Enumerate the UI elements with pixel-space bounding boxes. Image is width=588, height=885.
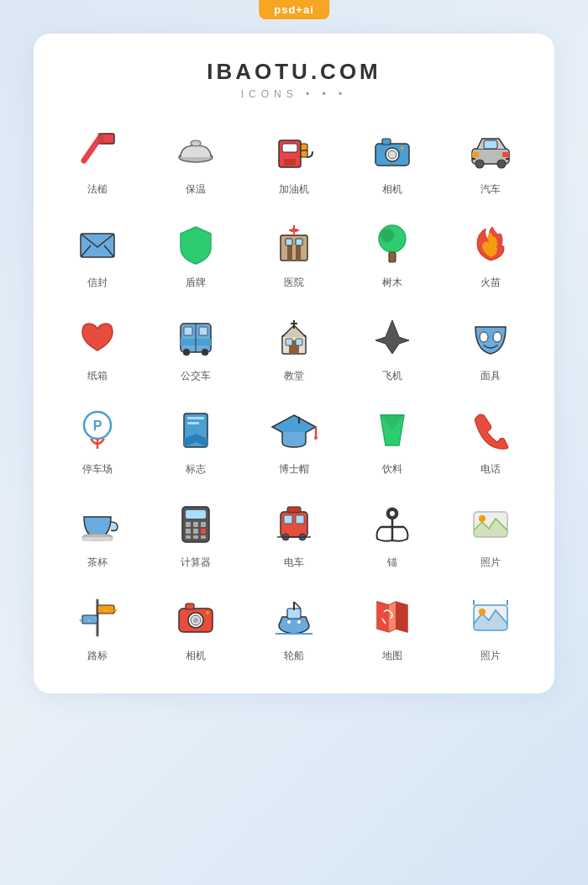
svg-point-99 xyxy=(193,618,198,623)
svg-point-12 xyxy=(388,150,396,159)
icon-dish xyxy=(169,124,223,177)
svg-point-17 xyxy=(497,160,506,168)
icon-label-envelope: 信封 xyxy=(87,276,108,290)
icon-item-mortarboard: 博士帽 xyxy=(247,395,342,482)
svg-point-51 xyxy=(493,332,501,342)
svg-point-14 xyxy=(401,146,404,150)
icon-shield xyxy=(169,217,223,271)
icon-photo1 xyxy=(464,497,517,550)
svg-rect-27 xyxy=(287,245,292,261)
icon-label-map: 地图 xyxy=(382,649,402,663)
svg-rect-73 xyxy=(186,535,191,539)
icon-item-tree: 树木 xyxy=(344,208,439,295)
icon-heart xyxy=(71,310,124,364)
svg-point-106 xyxy=(297,620,301,624)
icon-item-teacup: 茶杯 xyxy=(50,488,145,575)
icon-map xyxy=(365,590,419,644)
svg-rect-2 xyxy=(97,133,104,145)
svg-rect-6 xyxy=(282,144,297,152)
svg-rect-35 xyxy=(389,252,396,262)
icon-photo2 xyxy=(464,590,517,644)
icon-label-hammer: 法槌 xyxy=(87,182,108,197)
svg-point-88 xyxy=(479,515,486,522)
svg-point-86 xyxy=(389,510,396,517)
icon-hammer xyxy=(71,124,124,177)
svg-point-105 xyxy=(287,620,291,624)
icon-signpost: → ← xyxy=(71,590,124,644)
icon-label-phone: 电话 xyxy=(480,462,501,477)
icon-label-tram: 电车 xyxy=(284,556,304,570)
icon-calculator xyxy=(169,497,223,550)
icon-item-signpost: → ← 路标 xyxy=(50,582,145,668)
svg-text:P: P xyxy=(93,419,102,433)
icon-gas xyxy=(267,124,321,177)
icon-item-camera2: 相机 xyxy=(149,582,244,668)
icon-label-mortarboard: 博士帽 xyxy=(279,462,309,477)
icon-item-drink: 饮料 xyxy=(344,395,439,482)
svg-marker-108 xyxy=(377,602,389,632)
icon-label-hospital: 医院 xyxy=(284,276,304,290)
svg-rect-70 xyxy=(186,529,191,534)
icon-tram xyxy=(267,497,321,550)
svg-rect-100 xyxy=(186,603,194,609)
icon-item-tram: 电车 xyxy=(247,488,342,575)
icon-item-heart: 纸箱 xyxy=(50,302,145,388)
icon-item-ship: 轮船 xyxy=(247,582,342,668)
icon-label-photo2: 照片 xyxy=(480,649,501,663)
icon-item-bus: 公交车 xyxy=(149,302,244,388)
svg-rect-4 xyxy=(191,140,201,146)
svg-point-36 xyxy=(381,229,394,242)
icon-label-anchor: 锚 xyxy=(387,556,397,570)
icon-label-drink: 饮料 xyxy=(382,462,402,477)
svg-rect-67 xyxy=(186,522,191,527)
icon-hospital xyxy=(267,217,321,271)
icon-item-calculator: 计算器 xyxy=(149,488,244,575)
icon-item-hammer: 法槌 xyxy=(50,115,145,202)
icon-label-dish: 保温 xyxy=(186,182,206,197)
icon-item-dish: 保温 xyxy=(149,115,244,202)
svg-marker-91 xyxy=(114,609,118,614)
svg-rect-64 xyxy=(82,537,113,540)
svg-text:←: ← xyxy=(87,618,92,623)
svg-point-16 xyxy=(475,160,484,168)
svg-text:→: → xyxy=(103,608,108,613)
svg-rect-38 xyxy=(184,327,192,335)
icon-ship xyxy=(267,590,321,644)
icon-parking: P xyxy=(71,403,124,457)
icon-label-camera1: 相机 xyxy=(382,182,402,197)
card-title: IBAOTU.COM xyxy=(50,59,538,85)
icon-item-hospital: 医院 xyxy=(247,208,342,295)
icon-label-shield: 盾牌 xyxy=(186,276,206,290)
icon-label-fire: 火苗 xyxy=(480,276,501,290)
icon-item-parking: P 停车场 xyxy=(50,395,145,482)
icon-drink xyxy=(365,403,419,457)
svg-rect-13 xyxy=(382,139,391,145)
icon-item-camera1: 相机 xyxy=(344,115,439,202)
icon-label-church: 教堂 xyxy=(284,369,304,383)
svg-rect-78 xyxy=(296,515,304,524)
icon-item-car: 汽车 xyxy=(443,115,538,202)
svg-marker-93 xyxy=(79,619,82,624)
icon-label-gas: 加油机 xyxy=(279,182,309,197)
svg-rect-26 xyxy=(281,235,307,261)
svg-rect-29 xyxy=(286,239,292,245)
icon-phone xyxy=(464,403,517,457)
icon-label-car: 汽车 xyxy=(480,182,501,197)
svg-rect-9 xyxy=(284,159,296,166)
icon-item-photo1: 照片 xyxy=(443,488,538,575)
icon-item-shield: 盾牌 xyxy=(149,208,244,295)
icon-bus xyxy=(169,310,223,364)
svg-point-59 xyxy=(314,436,318,440)
svg-rect-19 xyxy=(472,152,479,157)
icon-label-calculator: 计算器 xyxy=(181,556,211,570)
icon-item-anchor: 锚 xyxy=(344,488,439,575)
svg-rect-56 xyxy=(187,422,199,424)
icon-label-camera2: 相机 xyxy=(186,649,206,663)
svg-rect-68 xyxy=(193,522,198,527)
svg-rect-74 xyxy=(193,535,198,539)
svg-marker-110 xyxy=(396,602,407,632)
icon-item-gas: 加油机 xyxy=(247,115,342,202)
icon-label-bookmark: 标志 xyxy=(186,462,206,477)
svg-rect-71 xyxy=(193,529,198,534)
icon-label-bus: 公交车 xyxy=(181,369,211,383)
